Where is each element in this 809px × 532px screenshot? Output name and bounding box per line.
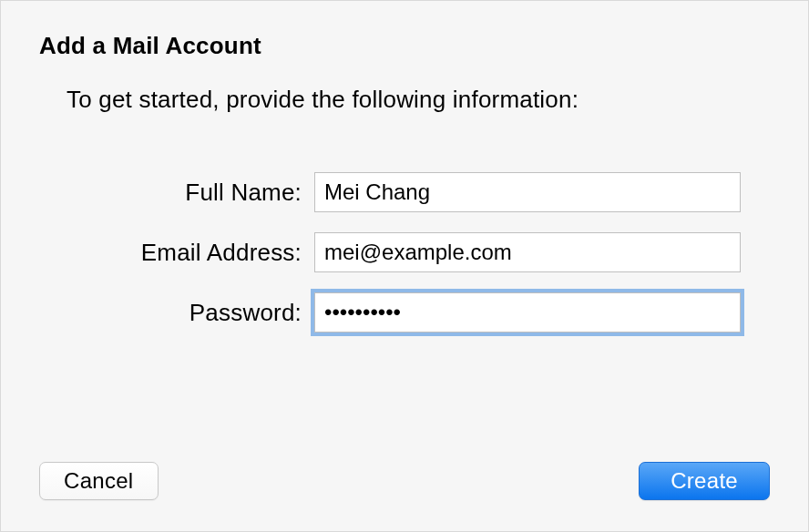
create-button[interactable]: Create — [639, 462, 770, 500]
dialog-subtitle: To get started, provide the following in… — [67, 86, 770, 114]
email-input[interactable] — [314, 232, 741, 272]
dialog-title: Add a Mail Account — [39, 32, 770, 60]
password-row: Password: — [39, 292, 770, 332]
full-name-row: Full Name: — [39, 172, 770, 212]
password-label: Password: — [39, 299, 314, 327]
full-name-input[interactable] — [314, 172, 741, 212]
button-row: Cancel Create — [39, 462, 770, 500]
cancel-button[interactable]: Cancel — [39, 462, 159, 500]
full-name-label: Full Name: — [39, 179, 314, 207]
password-input[interactable] — [314, 292, 741, 332]
add-mail-account-dialog: Add a Mail Account To get started, provi… — [0, 0, 809, 532]
email-label: Email Address: — [39, 239, 314, 267]
email-row: Email Address: — [39, 232, 770, 272]
